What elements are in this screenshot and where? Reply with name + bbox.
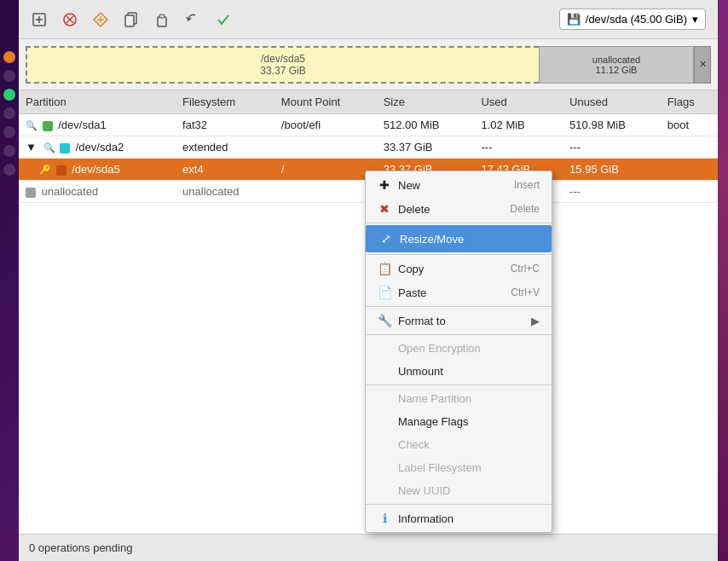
col-partition: Partition	[19, 90, 176, 114]
cell-mountpoint	[274, 136, 377, 159]
delete-shortcut: Delete	[510, 203, 540, 215]
paste-menu-label: Paste	[398, 286, 426, 299]
copy-shortcut: Ctrl+C	[511, 263, 540, 275]
sidebar-icon-4	[3, 145, 15, 157]
open-encryption-menu-label: Open Encryption	[398, 342, 481, 355]
table-row[interactable]: ▼ 🔍 /dev/sda2 extended 33.37 GiB --- ---	[19, 136, 718, 159]
format-menu-icon: 🔧	[378, 314, 391, 327]
paste-button[interactable]	[148, 6, 176, 33]
context-menu-item-open-encryption: Open Encryption	[366, 337, 552, 360]
cell-mountpoint: /	[274, 159, 377, 181]
cell-partition: unallocated	[19, 181, 176, 203]
context-menu-item-copy[interactable]: 📋 Copy Ctrl+C	[366, 257, 552, 280]
delete-menu-icon: ✖	[378, 202, 391, 216]
context-menu-item-delete[interactable]: ✖ Delete Delete	[366, 197, 552, 221]
key-icon: 🔍	[26, 120, 38, 131]
format-menu-label: Format to	[398, 315, 446, 327]
fs-color-icon	[43, 121, 53, 131]
cell-filesystem: unallocated	[176, 181, 274, 203]
unmount-menu-label: Unmount	[398, 365, 443, 378]
apply-button[interactable]	[210, 6, 237, 33]
cell-mountpoint: /boot/efi	[274, 114, 377, 136]
cell-size: 512.00 MiB	[377, 114, 475, 136]
key-icon: 🔑	[39, 165, 51, 176]
cell-flags	[661, 159, 718, 181]
cell-unused: ---	[563, 136, 661, 159]
separator-1	[366, 223, 552, 223]
context-menu-item-check: Check	[366, 433, 552, 456]
resize-menu-label: Resize/Move	[400, 233, 464, 246]
context-menu-item-manage-flags[interactable]: Manage Flags	[366, 410, 552, 433]
sidebar-icon-5	[3, 164, 15, 176]
device-selector[interactable]: 💾 /dev/sda (45.00 GiB) ▾	[559, 9, 706, 30]
key-icon: 🔍	[43, 142, 55, 153]
cell-filesystem: fat32	[176, 114, 274, 136]
table-row[interactable]: 🔍 /dev/sda1 fat32 /boot/efi 512.00 MiB 1…	[19, 114, 718, 136]
col-used: Used	[474, 90, 563, 114]
cell-filesystem: ext4	[176, 159, 274, 181]
disk-panel-close[interactable]: ✕	[694, 46, 711, 84]
name-partition-menu-label: Name Partition	[398, 392, 471, 405]
disk-icon: 💾	[567, 13, 581, 26]
undo-button[interactable]	[179, 6, 206, 33]
col-mountpoint: Mount Point	[274, 90, 377, 114]
chevron-down-icon: ▾	[692, 13, 698, 26]
context-menu-item-information[interactable]: ℹ Information	[366, 506, 552, 530]
copy-button[interactable]	[118, 6, 145, 33]
check-menu-label: Check	[398, 438, 430, 451]
toolbar: 💾 /dev/sda (45.00 GiB) ▾	[19, 0, 718, 39]
disk-sda5-bar[interactable]: /dev/sda5 33.37 GiB	[26, 46, 539, 84]
resize-menu-icon: ⤢	[379, 232, 393, 246]
statusbar: 0 operations pending	[19, 534, 718, 561]
delete-button[interactable]	[56, 6, 84, 33]
new-shortcut: Insert	[514, 179, 540, 191]
cell-used: 1.02 MiB	[474, 114, 563, 136]
context-menu-item-resize[interactable]: ⤢ Resize/Move	[366, 225, 552, 252]
context-menu-item-new-uuid: New UUID	[366, 479, 552, 502]
paste-shortcut: Ctrl+V	[511, 286, 540, 298]
copy-menu-icon: 📋	[378, 262, 391, 275]
context-menu-item-format-to[interactable]: 🔧 Format to ▶	[366, 309, 552, 333]
context-menu-item-unmount[interactable]: Unmount	[366, 360, 552, 383]
separator-5	[366, 385, 552, 385]
fs-color-icon	[60, 143, 70, 153]
cell-partition: ▼ 🔍 /dev/sda2	[19, 136, 176, 159]
cell-unused: 510.98 MiB	[563, 114, 661, 136]
context-menu-item-name-partition: Name Partition	[366, 387, 552, 410]
label-filesystem-menu-label: Label Filesystem	[398, 461, 482, 474]
cell-partition: 🔍 /dev/sda1	[19, 114, 176, 136]
manage-flags-menu-label: Manage Flags	[398, 415, 468, 428]
copy-menu-label: Copy	[398, 263, 424, 275]
fs-color-icon	[26, 188, 36, 198]
context-menu-item-new[interactable]: ✚ New Insert	[366, 173, 552, 197]
svg-rect-11	[158, 17, 166, 26]
sidebar-icon-3	[3, 126, 15, 138]
resize-button[interactable]	[87, 6, 114, 33]
separator-4	[366, 334, 552, 335]
context-menu-item-label-filesystem: Label Filesystem	[366, 456, 552, 479]
operations-pending: 0 operations pending	[29, 541, 132, 554]
delete-menu-label: Delete	[398, 203, 430, 216]
sidebar-icon-1	[3, 70, 15, 82]
cell-flags	[661, 181, 718, 203]
col-filesystem: Filesystem	[176, 90, 274, 114]
sidebar-icon-2	[3, 107, 15, 119]
svg-rect-12	[159, 14, 165, 18]
paste-menu-icon: 📄	[378, 286, 391, 299]
cell-filesystem: extended	[176, 136, 274, 159]
separator-3	[366, 306, 552, 307]
separator-2	[366, 254, 552, 255]
cell-unused: ---	[563, 181, 661, 203]
sidebar-icon-orange	[3, 51, 15, 63]
information-menu-label: Information	[398, 512, 454, 525]
disk-unalloc-label: unallocated	[592, 55, 640, 65]
disk-unalloc-bar[interactable]: unallocated 11.12 GiB	[539, 46, 694, 84]
col-flags: Flags	[661, 90, 718, 114]
sidebar-icon-green	[3, 89, 15, 101]
context-menu-item-paste[interactable]: 📄 Paste Ctrl+V	[366, 280, 552, 304]
context-menu: ✚ New Insert ✖ Delete Delete ⤢ Resize/Mo…	[365, 171, 552, 533]
disk-sda5-label: /dev/sda5	[261, 53, 305, 65]
cell-mountpoint	[274, 181, 377, 203]
expand-icon[interactable]: ▼	[26, 141, 37, 153]
new-button[interactable]	[26, 6, 53, 33]
